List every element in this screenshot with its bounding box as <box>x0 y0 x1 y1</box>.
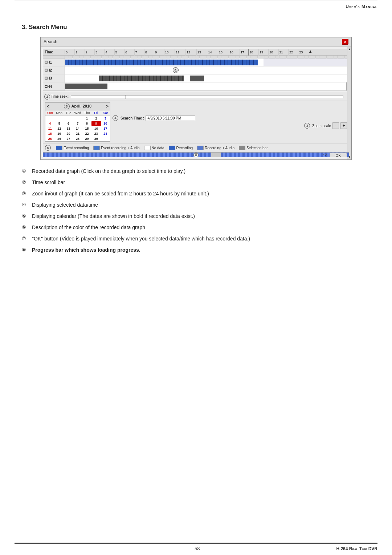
calendar-month: April, 2010 <box>72 104 92 108</box>
cal-day-27[interactable]: 27 <box>64 136 73 141</box>
annotation-4-circle: 4 <box>113 115 118 121</box>
channel-row-ch1[interactable]: CH1 <box>43 58 349 66</box>
ch1-recording-bar <box>65 60 258 65</box>
tick-6: 6 <box>124 49 134 56</box>
cal-empty-4 <box>73 116 82 121</box>
ch4-label: CH4 <box>43 82 65 90</box>
ch1-data[interactable] <box>65 58 349 66</box>
cal-day-23[interactable]: 23 <box>91 131 101 136</box>
tick-1: 1 <box>75 49 85 56</box>
legend-label-recording-audio: Recording + Audio <box>205 146 234 150</box>
cal-day-30[interactable]: 30 <box>91 136 101 141</box>
calendar-grid: 1 2 3 4 5 6 7 8 9 10 11 12 13 <box>45 116 110 141</box>
cal-day-21[interactable]: 21 <box>73 131 82 136</box>
section-title: Search Menu <box>29 24 67 31</box>
tick-23: 23 <box>298 49 308 56</box>
cal-day-3[interactable]: 3 <box>101 116 110 121</box>
dialog-titlebar: Search × <box>41 37 351 46</box>
seek-indicator <box>126 95 126 99</box>
cal-day-9-selected[interactable]: 9 <box>91 121 101 126</box>
dialog-title: Search <box>44 39 57 44</box>
cal-empty-3 <box>64 116 73 121</box>
dialog-body: Time 0 1 2 3 4 5 6 7 8 9 10 11 12 <box>41 46 351 159</box>
ch3-bar2 <box>190 76 204 81</box>
cal-day-17[interactable]: 17 <box>101 126 110 131</box>
cal-day-14[interactable]: 14 <box>73 126 82 131</box>
time-seek-row: 2 Time seek : | <box>43 92 349 101</box>
ann-num-4: ④ <box>22 201 32 209</box>
annotation-5-circle: 5 <box>64 104 70 109</box>
annotation-marker-1: ① <box>173 67 179 73</box>
calendar-next-button[interactable]: > <box>106 104 109 109</box>
ann-num-3: ③ <box>22 190 32 198</box>
cal-day-12[interactable]: 12 <box>54 126 64 131</box>
search-time-input[interactable] <box>146 116 195 121</box>
time-label: Time <box>43 50 65 54</box>
time-ticks: 0 1 2 3 4 5 6 7 8 9 10 11 12 13 <box>65 49 349 56</box>
cal-day-10[interactable]: 10 <box>101 121 110 126</box>
ch4-data[interactable] <box>65 82 349 90</box>
channel-row-ch2[interactable]: CH2 ① <box>43 66 349 74</box>
cal-day-2[interactable]: 2 <box>91 116 101 121</box>
cal-day-13[interactable]: 13 <box>64 126 73 131</box>
cal-day-29[interactable]: 29 <box>82 136 91 141</box>
calendar-days-header: Sun Mon Tue Wed Thu Fri Sat <box>45 110 110 116</box>
legend-label-event-audio: Event recording + Audio <box>101 146 139 150</box>
ann-num-2: ② <box>22 179 32 186</box>
legend-color-selection-bar <box>239 146 245 150</box>
cal-day-25[interactable]: 25 <box>45 136 54 141</box>
tick-7: 7 <box>135 49 144 56</box>
zoom-plus-button[interactable]: + <box>340 122 347 129</box>
annotation-3-circle: 3 <box>304 123 310 129</box>
tick-3: 3 <box>95 49 105 56</box>
annotation-item-3: ③ Zoon in/out of graph (It can be scaled… <box>22 190 370 198</box>
tick-scroll-arrow: ▲ <box>309 49 312 56</box>
cal-day-1[interactable]: 1 <box>82 116 91 121</box>
search-dialog: Search × Time 0 1 2 3 4 5 <box>40 37 352 160</box>
cal-day-4[interactable]: 4 <box>45 121 54 126</box>
time-seek-bar[interactable] <box>71 95 343 98</box>
cal-day-11[interactable]: 11 <box>45 126 54 131</box>
cal-day-26[interactable]: 26 <box>54 136 64 141</box>
cal-day-8[interactable]: 8 <box>82 121 91 126</box>
tick-9: 9 <box>154 49 164 56</box>
footer-rule: 58 H.264 Real Time DVR <box>15 543 377 555</box>
tick-17: 17 <box>240 49 249 56</box>
cal-day-18[interactable]: 18 <box>45 131 54 136</box>
ch1-label: CH1 <box>43 58 65 66</box>
tick-8: 8 <box>144 49 154 56</box>
ann-text-7: "OK" button (Video is played immediately… <box>32 235 250 243</box>
cal-day-19[interactable]: 19 <box>54 131 64 136</box>
time-seek-label: Time seek : <box>51 94 69 98</box>
channel-row-ch3[interactable]: CH3 <box>43 74 349 82</box>
annotation-item-5: ⑤ Displaying calendar (The dates are sho… <box>22 212 370 220</box>
cal-day-15[interactable]: 15 <box>82 126 91 131</box>
footer-brand: H.264 Real Time DVR <box>336 546 377 551</box>
cal-day-5[interactable]: 5 <box>54 121 64 126</box>
ok-button[interactable]: OK <box>330 153 347 157</box>
zoom-minus-button[interactable]: - <box>332 122 339 129</box>
cal-day-6[interactable]: 6 <box>64 121 73 126</box>
legend-label-event-recording: Event recording <box>64 146 89 150</box>
ch3-data[interactable] <box>65 74 349 82</box>
calendar-prev-button[interactable]: < <box>47 104 49 109</box>
tick-20: 20 <box>269 49 278 56</box>
annotation-item-6: ⑥ Description of the color of the record… <box>22 224 370 231</box>
cal-day-24[interactable]: 24 <box>101 131 110 136</box>
ann-text-1: Recorded data graph (Click on the data g… <box>32 167 185 175</box>
cal-day-28[interactable]: 28 <box>73 136 82 141</box>
ann-text-3: Zoon in/out of graph (It can be scaled f… <box>32 190 209 198</box>
tick-5: 5 <box>115 49 124 56</box>
dialog-close-button[interactable]: × <box>342 39 348 45</box>
vertical-scrollbar[interactable]: ▲ ▼ <box>347 49 349 91</box>
channel-row-ch4[interactable]: CH4 <box>43 82 349 90</box>
tick-13: 13 <box>197 49 208 56</box>
cal-day-20[interactable]: 20 <box>64 131 73 136</box>
cal-day-16[interactable]: 16 <box>91 126 101 131</box>
cal-day-22[interactable]: 22 <box>82 131 91 136</box>
legend-event-recording-audio: Event recording + Audio <box>93 146 139 150</box>
day-sat: Sat <box>101 110 110 116</box>
cal-day-7[interactable]: 7 <box>73 121 82 126</box>
ch2-data[interactable]: ① <box>65 66 349 74</box>
scroll-up-arrow[interactable]: ▲ <box>348 49 349 51</box>
